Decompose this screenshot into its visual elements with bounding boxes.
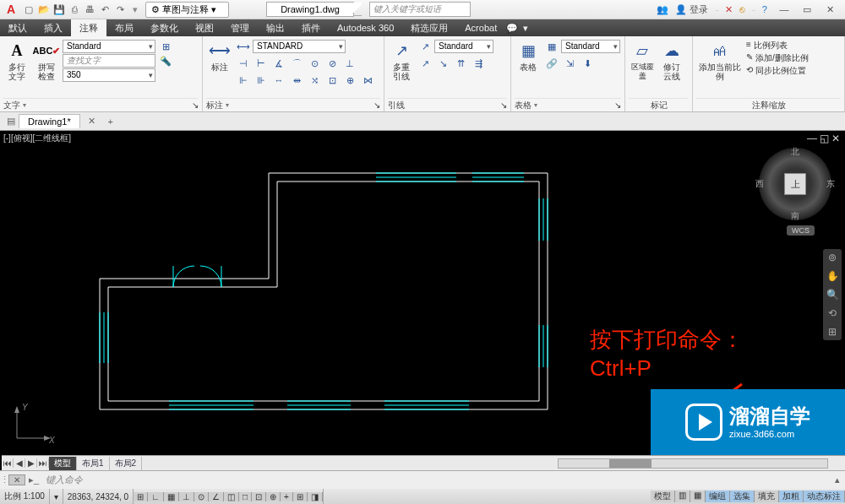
syncscale-button[interactable]: ⟲同步比例位置 — [746, 65, 809, 77]
dim-diameter-icon[interactable]: ⊘ — [324, 57, 340, 70]
new-tab-button[interactable]: ✕ — [85, 116, 99, 127]
mtext-button[interactable]: A多行文字 — [3, 38, 30, 83]
tab-default[interactable]: 默认 — [0, 19, 35, 36]
drawing-canvas[interactable]: [-][俯视][二维线框] — ◱ ✕ 按下打印命令： — [0, 131, 845, 470]
help-icon[interactable]: ? — [762, 4, 767, 14]
status-scale-arrow-icon[interactable]: ▾ — [50, 489, 63, 504]
workspace-dropdown[interactable]: ⚙ 草图与注释 ▾ — [145, 2, 229, 18]
panel-launcher-icon[interactable]: ↘ — [500, 100, 507, 110]
tab-layout[interactable]: 布局 — [106, 19, 142, 36]
command-input[interactable]: 键入命令 — [42, 474, 830, 486]
text-style-dropdown[interactable]: Standard — [63, 40, 155, 53]
leader-style-icon[interactable]: ↗ — [417, 40, 433, 53]
table-button[interactable]: ▦表格 — [515, 38, 542, 73]
viewcube-top[interactable]: 上 — [784, 173, 806, 195]
table-extract-icon[interactable]: ⇲ — [562, 57, 577, 70]
dim-radius-icon[interactable]: ⊙ — [307, 57, 322, 70]
table-style-icon[interactable]: ▦ — [544, 40, 559, 53]
compass-e[interactable]: 东 — [826, 178, 835, 190]
status-tpy-icon[interactable]: + — [281, 492, 293, 501]
layout1-tab[interactable]: 布局1 — [77, 457, 110, 470]
close-button[interactable]: ✕ — [820, 4, 840, 15]
leader-style-dropdown[interactable]: Standard — [434, 40, 493, 53]
tab-a360[interactable]: Autodesk 360 — [329, 19, 402, 36]
dim-arc-icon[interactable]: ⌒ — [289, 57, 304, 70]
dim-break-icon[interactable]: ↔ — [271, 73, 286, 87]
editscale-button[interactable]: ✎添加/删除比例 — [746, 52, 809, 64]
layout2-tab[interactable]: 布局2 — [110, 457, 143, 470]
leader-align-icon[interactable]: ⇈ — [453, 57, 468, 70]
signin-icon[interactable]: 👥 — [657, 4, 668, 15]
find-icon[interactable]: 🔦 — [158, 54, 173, 68]
status-grid-icon[interactable]: ⊞ — [134, 492, 148, 501]
panel-launcher-icon[interactable]: ↘ — [192, 100, 199, 110]
cmd-handle-icon[interactable]: ⋮ — [0, 474, 8, 485]
status-ortho-icon[interactable]: ▦ — [164, 492, 179, 501]
status-toggle-group[interactable]: 编组 — [706, 490, 730, 502]
panel-launcher-icon[interactable]: ↘ — [373, 100, 380, 110]
status-3dosnap-icon[interactable]: ∠ — [209, 492, 224, 501]
dim-angular-icon[interactable]: ∡ — [271, 57, 286, 70]
find-text-input[interactable]: 查找文字 — [63, 54, 155, 68]
dim-center-icon[interactable]: ⊕ — [342, 73, 357, 87]
panel-expand-icon[interactable]: ▾ — [534, 101, 537, 109]
scrollbar-thumb[interactable] — [609, 459, 651, 468]
command-line[interactable]: ⋮ ✕ ▸_ 键入命令 ▴ — [0, 470, 845, 489]
add-tab-icon[interactable]: + — [104, 117, 117, 127]
spellcheck-button[interactable]: ABC✔拼写检查 — [33, 38, 60, 83]
status-osnap-icon[interactable]: ⊙ — [194, 492, 209, 501]
status-scale[interactable]: 比例 1:100 — [0, 489, 50, 504]
tab-acrobat[interactable]: Acrobat — [456, 19, 505, 36]
panel-expand-icon[interactable]: ▾ — [23, 101, 26, 109]
dim-ordinate-icon[interactable]: ⊥ — [342, 57, 357, 70]
status-dyn-icon[interactable]: ⊡ — [252, 492, 266, 501]
share-icon[interactable]: ⎋ — [739, 4, 745, 14]
nav-zoom-icon[interactable]: 🔍 — [826, 289, 839, 301]
cmd-close-icon[interactable]: ✕ — [8, 474, 25, 485]
dim-space-icon[interactable]: ⇹ — [289, 73, 304, 87]
qat-redo-icon[interactable]: ↷ — [113, 3, 127, 16]
dim-tolerance-icon[interactable]: ⊡ — [324, 73, 340, 87]
tab-parametric[interactable]: 参数化 — [142, 19, 187, 36]
tab-output[interactable]: 输出 — [258, 19, 293, 36]
status-toggle-hatch[interactable]: 填充 — [755, 490, 779, 502]
qat-save-icon[interactable]: 💾 — [52, 3, 66, 16]
qat-saveas-icon[interactable]: ⎙ — [68, 3, 81, 16]
minimize-button[interactable]: — — [774, 4, 794, 14]
status-toggle-select[interactable]: 选集 — [730, 490, 755, 502]
tab-focus-icon[interactable]: 💬 — [505, 23, 519, 34]
tab-next-icon[interactable]: ▶ — [25, 458, 37, 468]
tab-addins[interactable]: 插件 — [293, 19, 329, 36]
status-toggle-bold[interactable]: 加粗 — [779, 490, 804, 502]
signin-button[interactable]: 👤 登录 — [675, 3, 708, 16]
dimension-button[interactable]: ⟷标注 — [206, 38, 233, 73]
status-ducs-icon[interactable]: □ — [239, 492, 252, 501]
tab-prev-icon[interactable]: ◀ — [14, 458, 25, 468]
wipeout-button[interactable]: ▱区域覆盖 — [629, 38, 656, 83]
tab-collapse-icon[interactable]: ▾ — [519, 23, 532, 34]
qat-new-icon[interactable]: ▢ — [22, 3, 35, 16]
nav-wheel-icon[interactable]: ⊚ — [828, 252, 837, 263]
wcs-badge[interactable]: WCS — [787, 225, 815, 236]
dim-style-icon[interactable]: ⟷ — [236, 40, 251, 53]
h-scrollbar[interactable] — [558, 458, 828, 469]
status-toggle-dyndim[interactable]: 动态标注 — [804, 490, 845, 502]
leader-collect-icon[interactable]: ⇶ — [471, 57, 486, 70]
qat-undo-icon[interactable]: ↶ — [98, 3, 112, 16]
filetab-menu-icon[interactable]: ▤ — [3, 116, 19, 127]
status-grid2-icon[interactable]: ▦ — [690, 490, 706, 502]
model-tab[interactable]: 模型 — [49, 457, 77, 470]
maximize-button[interactable]: ▭ — [797, 4, 817, 15]
nav-pan-icon[interactable]: ✋ — [826, 270, 839, 282]
dim-baseline-icon[interactable]: ⊪ — [254, 73, 269, 87]
status-otrack-icon[interactable]: ◫ — [224, 492, 239, 501]
leader-remove-icon[interactable]: ↘ — [435, 57, 450, 70]
cmd-recent-icon[interactable]: ▴ — [830, 474, 845, 485]
compass-s[interactable]: 南 — [791, 210, 799, 222]
tab-first-icon[interactable]: ⏮ — [2, 458, 14, 468]
text-tool-icon[interactable]: ⊞ — [158, 40, 173, 53]
scalelist-button[interactable]: ≡比例列表 — [746, 40, 809, 51]
dim-style-dropdown[interactable]: STANDARD — [253, 40, 346, 53]
help-search-input[interactable]: 键入关键字或短语 — [369, 2, 471, 17]
compass-n[interactable]: 北 — [791, 146, 799, 158]
